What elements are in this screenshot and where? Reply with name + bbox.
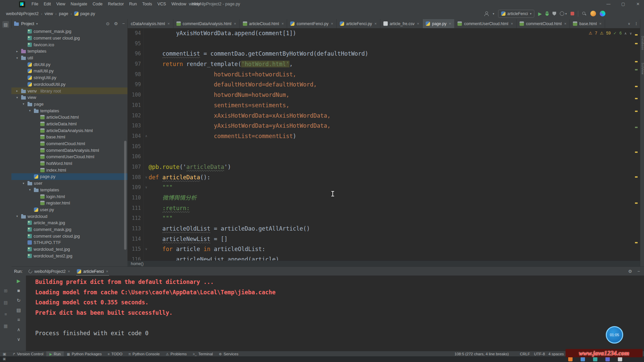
close-button[interactable]: ✕	[635, 2, 641, 6]
tree-item[interactable]: commentDataAnalysis.html	[11, 147, 127, 154]
run-config-select[interactable]: articleFenci ▾	[498, 10, 535, 18]
stop-icon[interactable]: ■	[17, 288, 20, 293]
restore-layout-icon[interactable]: ↻	[17, 298, 21, 303]
tree-item[interactable]: dbUtil.py	[11, 61, 127, 68]
tree-item[interactable]: user.py	[11, 206, 127, 213]
breadcrumb-item[interactable]: view	[45, 11, 53, 16]
tree-item[interactable]: ▾templates	[11, 187, 127, 193]
tree-item[interactable]: page.py	[11, 173, 127, 180]
editor-breadcrumb[interactable]: home()	[127, 260, 644, 266]
inspections-widget[interactable]: ⚠ 7 ⚠ 59 ✓ 6 ∧ ∨	[586, 30, 634, 36]
editor-tab[interactable]: commentCloud.html✕	[517, 19, 570, 28]
tree-item[interactable]: hotWord.html	[11, 160, 127, 167]
tab-close-icon[interactable]: ✕	[449, 22, 451, 25]
stripe-mark[interactable]	[635, 61, 638, 62]
tree-item[interactable]: index.html	[11, 167, 127, 173]
tab-close-icon[interactable]: ✕	[331, 22, 333, 25]
todo-tool-icon[interactable]: ▦	[2, 322, 9, 329]
chevron-down-icon[interactable]: ▾	[28, 188, 32, 191]
stripe-mark[interactable]	[635, 202, 638, 204]
tree-item[interactable]: articleDataAnalysis.html	[11, 127, 127, 134]
stripe-mark[interactable]	[635, 98, 638, 99]
chevron-down-icon[interactable]: ▾	[36, 22, 38, 25]
project-panel-header[interactable]: Project ▾ ⊙⚙−	[11, 19, 127, 28]
taskbar-icon[interactable]	[581, 357, 585, 361]
more-options-icon[interactable]: …	[635, 22, 639, 26]
tree-item[interactable]: comment user cloud.jpg	[11, 233, 127, 239]
tab-close-icon[interactable]: ✕	[599, 22, 602, 25]
status-encoding[interactable]: UTF-8	[534, 351, 545, 357]
tree-item[interactable]: wordcloud_test2.jpg	[11, 252, 127, 259]
code-editor[interactable]: 94 yAxisHotWordData.append(comment[1])95…	[127, 28, 644, 260]
chevron-down-icon[interactable]: ▾	[15, 215, 19, 218]
next-error-icon[interactable]: ∨	[630, 32, 632, 35]
tree-item[interactable]: favicon.ico	[11, 41, 127, 48]
run-tab[interactable]: articleFenci✕	[73, 267, 112, 276]
tree-item[interactable]: base.html	[11, 134, 127, 140]
status-line-ending[interactable]: CRLF	[520, 351, 530, 357]
chevron-down-icon[interactable]: ▾	[493, 12, 494, 15]
tree-item[interactable]: articleData.html	[11, 121, 127, 127]
tab-close-icon[interactable]: ✕	[234, 22, 236, 25]
status-item-run[interactable]: ▶Run	[46, 351, 64, 357]
chevron-down-icon[interactable]: ▾	[21, 182, 26, 185]
run-tab[interactable]: weiboNlpProject2✕	[25, 267, 73, 276]
taskbar-icon[interactable]	[593, 357, 597, 361]
chevron-down-icon[interactable]: ▾	[15, 56, 19, 60]
tab-close-icon[interactable]: ✕	[167, 22, 170, 25]
taskbar-icon[interactable]	[618, 357, 622, 361]
tree-item[interactable]: comment user cloud.jpg	[11, 35, 127, 42]
clear-all-icon[interactable]: ▤	[16, 307, 21, 313]
fold-marker[interactable]: ∨	[144, 182, 149, 193]
fold-marker[interactable]: ∨	[144, 244, 149, 254]
stripe-mark[interactable]	[635, 69, 638, 70]
menu-vcs[interactable]: VCS	[155, 2, 169, 6]
editor-tab[interactable]: articleFenci.py✕	[337, 19, 380, 28]
scroll-up-icon[interactable]: ∧	[17, 327, 20, 332]
profile-avatar[interactable]	[600, 11, 605, 16]
status-item-python-packages[interactable]: ▦Python Packages	[64, 351, 105, 357]
structure-tool-icon[interactable]: ⊞	[2, 287, 9, 294]
tree-scrollbar[interactable]	[124, 141, 126, 250]
settings-icon[interactable]: ⚙	[628, 269, 632, 274]
stripe-mark[interactable]	[635, 34, 638, 36]
fold-marker[interactable]: ∧	[144, 131, 149, 141]
search-icon[interactable]	[582, 11, 587, 16]
tree-item[interactable]: commentUserCloud.html	[11, 154, 127, 160]
run-button[interactable]: ▶	[538, 11, 542, 16]
editor-tab[interactable]: commentFenci.py✕	[287, 19, 336, 28]
tab-close-icon[interactable]: ✕	[417, 22, 420, 25]
stop-button[interactable]	[571, 12, 574, 15]
locate-icon[interactable]: ⊙	[106, 21, 110, 26]
chevron-right-icon[interactable]: ▸	[15, 50, 19, 53]
status-item-version-control[interactable]: ↱Version Control	[9, 351, 46, 357]
tool-strip-label[interactable]: SciView	[640, 63, 644, 74]
hide-panel-icon[interactable]: −	[122, 21, 125, 26]
menu-file[interactable]: File	[29, 2, 41, 6]
menu-code[interactable]: Code	[90, 2, 105, 6]
breadcrumb-item[interactable]: page	[59, 11, 68, 16]
tree-item[interactable]: mailUtil.py	[11, 68, 127, 74]
editor-tab[interactable]: base.html✕	[570, 19, 605, 28]
debug-button[interactable]	[545, 11, 549, 16]
status-indent[interactable]: 4 spaces	[548, 351, 564, 357]
status-item-terminal[interactable]: >_Terminal	[190, 351, 216, 357]
menu-refactor[interactable]: Refactor	[105, 2, 126, 6]
stripe-mark[interactable]	[635, 43, 638, 44]
tree-item[interactable]: wordcloudUtil.py	[11, 81, 127, 88]
status-item-services[interactable]: ⚙Services	[216, 351, 241, 357]
menu-edit[interactable]: Edit	[41, 2, 54, 6]
tab-close-icon[interactable]: ✕	[281, 22, 284, 25]
stripe-mark[interactable]	[635, 86, 638, 87]
taskbar-icon[interactable]	[568, 357, 573, 361]
status-item-python-console[interactable]: πPython Console	[125, 351, 163, 357]
coverage-button[interactable]	[552, 12, 556, 16]
tab-close-icon[interactable]: ✕	[564, 22, 567, 25]
editor-tab[interactable]: page.py✕	[423, 19, 454, 28]
tree-item[interactable]: comment_mask.jpg	[11, 28, 127, 35]
chevron-right-icon[interactable]: ▸	[15, 89, 19, 93]
fold-marker[interactable]: ∨	[144, 172, 149, 183]
soft-wrap-icon[interactable]: ≡	[17, 317, 20, 322]
status-position[interactable]: 108:5 (272 chars, 4 line breaks)	[454, 351, 509, 357]
tree-item[interactable]: ▾templates	[11, 107, 127, 114]
